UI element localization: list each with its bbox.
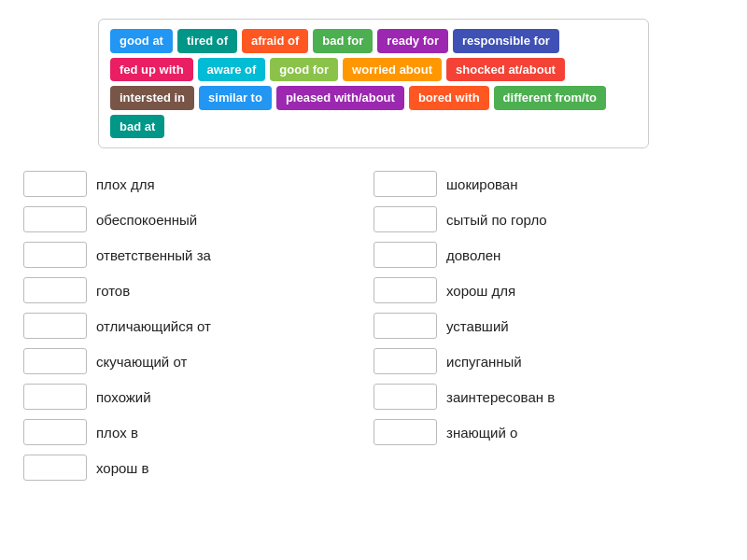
answer-box-left-3[interactable] (23, 277, 87, 303)
tag-bored-with[interactable]: bored with (409, 86, 489, 110)
tag-bad-at[interactable]: bad at (110, 115, 164, 139)
left-match-row: плох в (23, 419, 374, 445)
right-match-row: доволен (374, 242, 724, 268)
right-column: шокировансытый по горлодоволенхорош дляу… (374, 171, 724, 490)
left-match-row: похожий (23, 384, 374, 410)
tag-fed-up-with[interactable]: fed up with (110, 58, 193, 82)
answer-box-left-8[interactable] (23, 455, 87, 481)
answer-box-left-0[interactable] (23, 171, 87, 197)
match-label: шокирован (446, 176, 517, 192)
tag-shocked-at/about[interactable]: shocked at/about (446, 58, 565, 82)
right-match-row: знающий о (374, 419, 724, 445)
match-label: уставший (446, 318, 509, 334)
tag-aware-of[interactable]: aware of (198, 58, 266, 82)
answer-box-left-4[interactable] (23, 313, 87, 339)
left-column: плох дляобеспокоенныйответственный загот… (23, 171, 374, 490)
tag-ready-for[interactable]: ready for (377, 29, 448, 53)
answer-box-right-5[interactable] (374, 348, 437, 374)
tag-intersted-in[interactable]: intersted in (110, 86, 194, 110)
left-match-row: ответственный за (23, 242, 374, 268)
match-label: ответственный за (96, 247, 211, 263)
tag-afraid-of[interactable]: afraid of (242, 29, 308, 53)
match-label: знающий о (446, 425, 517, 441)
match-label: готов (96, 283, 130, 299)
right-match-row: испуганный (374, 348, 724, 374)
answer-box-right-4[interactable] (374, 313, 437, 339)
match-label: похожий (96, 389, 151, 405)
match-label: плох в (96, 425, 138, 441)
right-match-row: заинтересован в (374, 384, 724, 410)
left-match-row: плох для (23, 171, 374, 197)
match-label: хорош в (96, 460, 149, 476)
match-label: испуганный (446, 354, 522, 370)
tag-similar-to[interactable]: similar to (199, 86, 272, 110)
match-label: хорош для (446, 283, 515, 299)
right-match-row: шокирован (374, 171, 724, 197)
answer-box-right-1[interactable] (374, 206, 437, 232)
match-label: обеспокоенный (96, 212, 197, 228)
answer-box-left-5[interactable] (23, 348, 87, 374)
answer-box-right-3[interactable] (374, 277, 437, 303)
match-label: заинтересован в (446, 389, 555, 405)
answer-box-left-1[interactable] (23, 206, 87, 232)
matching-area: плох дляобеспокоенныйответственный загот… (23, 171, 724, 490)
tag-good-at[interactable]: good at (110, 29, 173, 53)
tag-tired-of[interactable]: tired of (177, 29, 237, 53)
tag-bad-for[interactable]: bad for (313, 29, 373, 53)
answer-box-right-6[interactable] (374, 384, 437, 410)
tag-worried-about[interactable]: worried about (343, 58, 442, 82)
left-match-row: отличающийся от (23, 313, 374, 339)
answer-box-right-2[interactable] (374, 242, 437, 268)
left-match-row: скучающий от (23, 348, 374, 374)
left-match-row: обеспокоенный (23, 206, 374, 232)
answer-box-right-0[interactable] (374, 171, 437, 197)
answer-box-left-2[interactable] (23, 242, 87, 268)
answer-box-left-6[interactable] (23, 384, 87, 410)
right-match-row: уставший (374, 313, 724, 339)
right-match-row: хорош для (374, 277, 724, 303)
answer-box-right-7[interactable] (374, 419, 437, 445)
match-label: скучающий от (96, 354, 187, 370)
tag-different-from/to[interactable]: different from/to (494, 86, 606, 110)
match-label: доволен (446, 247, 500, 263)
match-label: плох для (96, 176, 155, 192)
tag-responsible-for[interactable]: responsible for (453, 29, 559, 53)
tag-pleased-with/about[interactable]: pleased with/about (276, 86, 404, 110)
tags-container: good attired ofafraid ofbad forready for… (98, 19, 649, 148)
match-label: отличающийся от (96, 318, 211, 334)
match-label: сытый по горло (446, 212, 547, 228)
answer-box-left-7[interactable] (23, 419, 87, 445)
right-match-row: сытый по горло (374, 206, 724, 232)
tag-good-for[interactable]: good for (270, 58, 338, 82)
left-match-row: готов (23, 277, 374, 303)
left-match-row: хорош в (23, 455, 374, 481)
